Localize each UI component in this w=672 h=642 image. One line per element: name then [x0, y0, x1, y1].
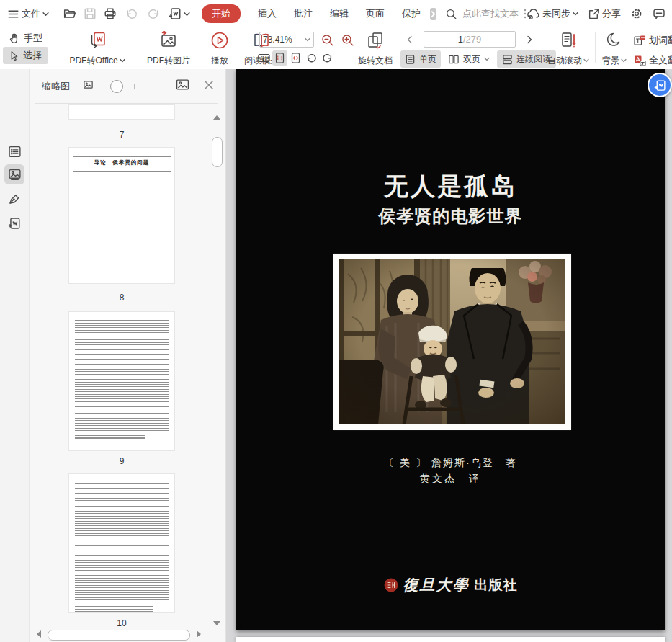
prev-page-button[interactable] — [402, 35, 418, 44]
select-tool-button[interactable]: 选择 — [3, 47, 48, 64]
page-number-input[interactable]: 1/279 — [424, 31, 516, 48]
open-file-button[interactable] — [63, 7, 76, 20]
word-translate-button[interactable]: 划词翻译 — [634, 32, 672, 49]
chapter-heading: 导论 侯孝贤的问题 — [69, 159, 174, 166]
pdf-to-office-icon — [88, 31, 107, 50]
zoom-out-button[interactable] — [321, 33, 334, 47]
tab-annotate[interactable]: 批注 — [294, 7, 313, 20]
settings-button[interactable] — [630, 7, 643, 20]
titlebar: 文件 — [0, 0, 672, 27]
fit-group: 1:1 — [256, 50, 335, 66]
auto-scroll-button[interactable]: 自动滚动 — [545, 30, 592, 68]
text-block — [75, 434, 145, 440]
next-page-button[interactable] — [521, 35, 537, 44]
cloud-sync-icon — [527, 7, 540, 21]
save-button[interactable] — [84, 7, 97, 20]
export-word-button[interactable] — [169, 7, 190, 20]
scroll-up-arrow[interactable] — [213, 115, 220, 120]
actual-size-button[interactable]: 1:1 — [256, 50, 272, 66]
main-menu-button[interactable]: 文件 — [7, 7, 49, 20]
close-panel-button[interactable] — [204, 80, 214, 90]
sidebar-icon-strip — [0, 69, 30, 642]
background-button[interactable]: 背景 — [598, 30, 631, 68]
share-icon — [588, 8, 600, 20]
double-page-button[interactable]: 双页 — [445, 50, 493, 68]
folder-open-icon — [63, 7, 76, 20]
undo-button[interactable] — [125, 7, 138, 20]
thumbnail-page-8[interactable]: 导论 侯孝贤的问题 — [69, 148, 174, 283]
thumbnail-size-slider-handle[interactable] — [110, 80, 123, 93]
hand-tool-button[interactable]: 手型 — [3, 30, 48, 47]
chevron-down-icon — [120, 58, 125, 63]
layout-group: 单页 双页 连续阅读 — [400, 50, 556, 68]
thumbnail-label-9: 9 — [69, 456, 174, 466]
zoom-in-button[interactable] — [341, 33, 354, 47]
double-page-label: 双页 — [463, 53, 480, 66]
hand-tool-label: 手型 — [24, 32, 42, 45]
hand-icon — [9, 32, 20, 44]
single-page-button[interactable]: 单页 — [400, 50, 441, 68]
pdf-to-image-button[interactable]: PDF转图片 — [137, 30, 200, 68]
share-button[interactable]: 分享 — [588, 7, 621, 20]
word-translate-icon — [634, 35, 646, 47]
fit-page-button[interactable] — [272, 50, 287, 66]
export-word-white-icon — [654, 79, 666, 92]
print-button[interactable] — [104, 7, 117, 20]
thumbnail-label-10: 10 — [69, 618, 174, 628]
sync-status-button[interactable]: 未同步 — [527, 7, 578, 21]
undo-icon — [125, 7, 138, 20]
more-tabs-button[interactable] — [430, 8, 436, 20]
save-icon — [84, 7, 97, 20]
export-panel-button[interactable] — [4, 213, 24, 233]
full-translate-icon — [634, 55, 646, 67]
zoom-level-value: 73.41% — [263, 35, 292, 45]
single-page-label: 单页 — [419, 53, 436, 66]
document-view[interactable]: 无人是孤岛 侯孝贤的电影世界 — [226, 69, 672, 642]
thumbnail-page-9[interactable] — [69, 312, 174, 450]
annotation-panel-button[interactable] — [4, 189, 24, 209]
vertical-scrollbar-thumb[interactable] — [212, 137, 223, 167]
pdf-to-office-label: PDF转Office — [69, 55, 117, 66]
feedback-button[interactable] — [653, 7, 666, 20]
large-thumbnail-icon — [176, 78, 189, 92]
scroll-down-arrow[interactable] — [213, 621, 220, 625]
outline-panel-button[interactable] — [4, 141, 24, 161]
tab-edit[interactable]: 编辑 — [330, 7, 349, 20]
pdf-to-office-button[interactable]: PDF转Office — [61, 30, 134, 68]
search-field[interactable]: 点此查找文本 — [445, 7, 527, 20]
thumbnail-label-8: 8 — [69, 293, 174, 303]
rotate-ccw-button[interactable] — [304, 50, 319, 66]
publisher-suffix: 出版社 — [475, 576, 518, 594]
total-pages: /279 — [463, 34, 481, 45]
translate-group: 划词翻译 全文翻译 — [634, 32, 672, 69]
horizontal-scrollbar-thumb[interactable] — [48, 630, 190, 641]
rotate-cw-button[interactable] — [320, 50, 335, 66]
text-block — [75, 480, 169, 501]
file-menu-label: 文件 — [22, 7, 40, 20]
publisher-name: 復旦大學 — [403, 575, 470, 595]
thumbnail-page-7[interactable] — [69, 105, 174, 119]
export-to-word-floating-button[interactable] — [648, 73, 672, 97]
rotate-document-label: 旋转文档 — [358, 55, 393, 67]
play-button[interactable]: 播放 — [203, 30, 236, 68]
scroll-left-arrow[interactable] — [37, 630, 41, 638]
tab-protect[interactable]: 保护 — [402, 7, 421, 20]
text-block — [75, 542, 169, 571]
fit-width-button[interactable] — [288, 50, 303, 66]
tab-insert[interactable]: 插入 — [258, 7, 277, 20]
zoom-level-select[interactable]: 73.41% — [259, 32, 314, 48]
search-icon — [445, 8, 457, 20]
export-word-icon — [169, 7, 182, 20]
scroll-right-arrow[interactable] — [197, 630, 201, 638]
thumbnail-panel-button[interactable] — [4, 164, 24, 184]
tab-home[interactable]: 开始 — [202, 4, 241, 23]
text-block — [75, 339, 169, 375]
rotate-document-button[interactable]: 旋转文档 — [354, 30, 396, 68]
full-translate-button[interactable]: 全文翻译 — [634, 52, 672, 69]
single-page-icon — [405, 54, 416, 65]
thumbnail-page-10[interactable] — [69, 474, 174, 612]
redo-button[interactable] — [147, 7, 160, 20]
tab-page[interactable]: 页面 — [366, 7, 385, 20]
play-label: 播放 — [211, 55, 228, 67]
printer-icon — [104, 7, 117, 20]
